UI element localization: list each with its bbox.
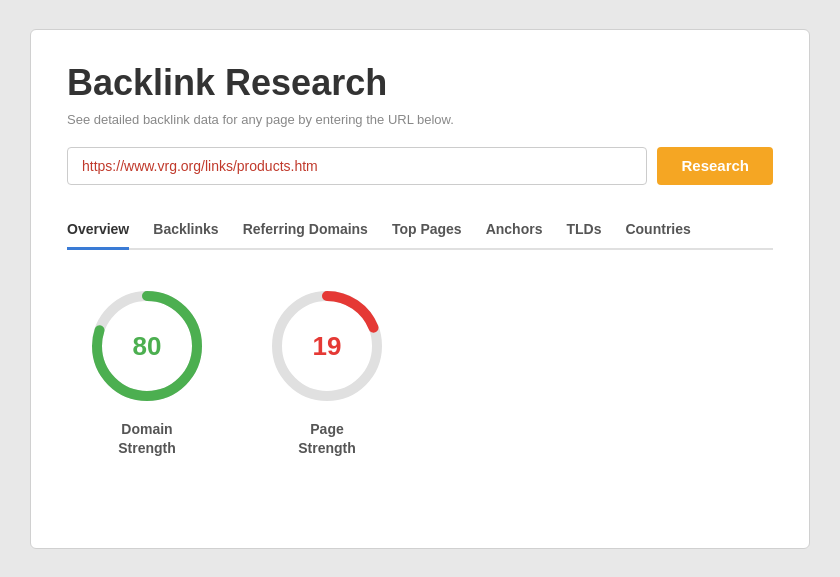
research-button[interactable]: Research [657, 147, 773, 185]
tab-countries[interactable]: Countries [625, 213, 690, 250]
domain-strength-label: DomainStrength [118, 420, 176, 459]
tab-top-pages[interactable]: Top Pages [392, 213, 462, 250]
page-subtitle: See detailed backlink data for any page … [67, 112, 773, 127]
tab-anchors[interactable]: Anchors [486, 213, 543, 250]
tab-referring-domains[interactable]: Referring Domains [243, 213, 368, 250]
domain-strength-card: 80 DomainStrength [87, 286, 207, 459]
page-strength-card: 19 PageStrength [267, 286, 387, 459]
main-card: Backlink Research See detailed backlink … [30, 29, 810, 549]
tab-overview[interactable]: Overview [67, 213, 129, 250]
search-row: Research [67, 147, 773, 185]
tab-tlds[interactable]: TLDs [566, 213, 601, 250]
page-title: Backlink Research [67, 62, 773, 104]
page-strength-label: PageStrength [298, 420, 356, 459]
tab-nav: Overview Backlinks Referring Domains Top… [67, 213, 773, 250]
domain-strength-donut: 80 [87, 286, 207, 406]
page-strength-donut: 19 [267, 286, 387, 406]
metrics-row: 80 DomainStrength 19 PageStrength [67, 286, 773, 459]
url-input[interactable] [67, 147, 647, 185]
page-strength-value: 19 [313, 330, 342, 361]
tab-backlinks[interactable]: Backlinks [153, 213, 218, 250]
domain-strength-value: 80 [133, 330, 162, 361]
